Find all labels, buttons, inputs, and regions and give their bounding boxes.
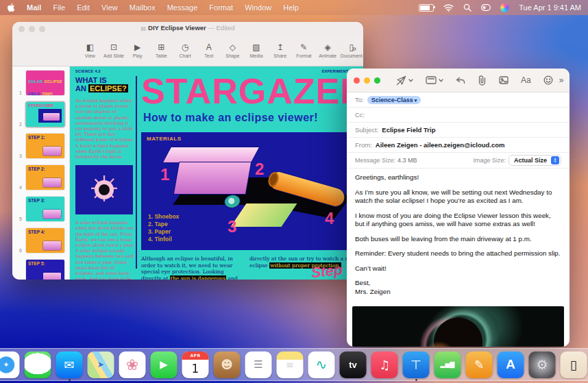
reply-indent-button[interactable]	[456, 77, 465, 84]
message-body[interactable]: Greetings, earthlings!As I’m sure you al…	[347, 169, 569, 305]
messages-icon	[25, 351, 51, 378]
dock-item-app-store[interactable]: A	[498, 351, 524, 378]
slide-number: 1	[14, 90, 22, 95]
reminders-icon: ☰	[245, 351, 272, 378]
toolbar-animate-button[interactable]: ◈Animate	[316, 43, 340, 58]
dock-item-facetime[interactable]: ▶	[151, 351, 177, 378]
dock-item-safari[interactable]: ✦	[0, 351, 20, 378]
slide-title: STARGAZER	[141, 71, 363, 112]
toolbar-chart-button[interactable]: ◷Chart	[173, 43, 197, 58]
close-button[interactable]	[354, 77, 360, 84]
keynote-icon: ⊤	[403, 351, 430, 378]
eclipse-paragraph-2: A solar eclipse happens when the moon bl…	[75, 220, 134, 280]
slide-thumbnail-3[interactable]: STEP 1:	[26, 134, 64, 158]
battery-icon[interactable]	[419, 4, 434, 12]
format-button[interactable]: Aa	[521, 75, 531, 85]
menu-window[interactable]: Window	[245, 3, 271, 12]
slide-thumbnail-7[interactable]: STEP 5:	[26, 260, 64, 280]
system-settings-icon: ⚙	[529, 351, 556, 378]
dock-item-music[interactable]: ♫	[371, 351, 398, 378]
menu-help[interactable]: Help	[283, 3, 299, 12]
toolbar-play-button[interactable]: ▶Play	[125, 43, 149, 58]
body-paragraph: Can’t wait!	[355, 264, 561, 273]
menu-bar: Mail File Edit View Mailbox Message Form…	[0, 0, 588, 15]
toolbar-view-button[interactable]: ◧View	[78, 43, 102, 58]
menu-mailbox[interactable]: Mailbox	[130, 3, 156, 12]
slide-subtitle: How to make an eclipse viewer!	[143, 112, 318, 124]
toolbar-overflow-icon[interactable]: »	[559, 75, 564, 85]
insert-photo-button[interactable]	[499, 76, 509, 84]
recipient-token[interactable]: Science-Class▾	[367, 96, 421, 104]
keynote-toolbar: ◧View⊡Add Slide▶Play⊞Table◷ChartAText◇Sh…	[12, 36, 363, 66]
slide-number: 4	[14, 185, 22, 190]
siri-icon[interactable]	[500, 3, 509, 12]
toolbar-add-slide-button[interactable]: ⊡Add Slide	[102, 43, 126, 58]
control-center-icon[interactable]	[481, 4, 491, 11]
dock-item-keynote[interactable]: ⊤	[403, 351, 430, 378]
to-field[interactable]: To: Science-Class▾	[347, 92, 569, 108]
add-slide-icon: ⊡	[102, 43, 126, 52]
dock-item-freeform[interactable]: ∿	[308, 351, 335, 378]
dock-item-photos[interactable]: ❀	[119, 351, 146, 378]
menu-edit[interactable]: Edit	[77, 3, 90, 12]
dock-item-reminders[interactable]: ☰	[245, 351, 272, 378]
dock-item-calendar[interactable]: APR1	[182, 351, 209, 378]
toolbar-text-button[interactable]: AText	[197, 43, 221, 58]
search-icon[interactable]	[463, 3, 471, 12]
slide-thumbnail-1[interactable]: SOLARECLIPSEFIELDTRIP!	[26, 71, 64, 95]
header-fields-button[interactable]	[426, 76, 443, 84]
keynote-title-bar[interactable]: ▤DIY Eclipse Viewer — Edited	[12, 22, 363, 36]
dock-item-pages[interactable]: ✎	[466, 351, 493, 378]
dock-item-messages[interactable]	[25, 351, 51, 378]
cc-field[interactable]: Cc:	[347, 108, 569, 123]
slide-thumbnail-5[interactable]: STEP 3:	[26, 197, 64, 221]
toolbar-table-button[interactable]: ⊞Table	[149, 43, 173, 58]
slide-thumbnail-4[interactable]: STEP 2:	[26, 165, 64, 190]
eclipse-photo-attachment[interactable]	[352, 306, 564, 347]
notes-icon: ≡	[277, 351, 304, 378]
slide-thumbnail-6[interactable]: STEP 4:	[26, 228, 64, 253]
materials-panel: MATERIALS 1 2 3 4 1. Shoebox2. Tape3. Pa…	[141, 132, 347, 250]
from-field[interactable]: From: Aileen Zeigen - aileen.zeigen@iclo…	[347, 138, 569, 153]
dock-item-contacts[interactable]: ☻	[214, 351, 241, 378]
minimize-button[interactable]	[364, 77, 370, 84]
menu-format[interactable]: Format	[209, 3, 233, 12]
emoji-button[interactable]	[543, 75, 553, 85]
toolbar-overflow-icon[interactable]: »	[352, 44, 356, 53]
toolbar-format-button[interactable]: ✎Format	[292, 43, 316, 58]
toolbar-shape-button[interactable]: ◇Shape	[221, 43, 245, 58]
dock-item-notes[interactable]: ≡	[277, 351, 304, 378]
slide-thumbnail-2[interactable]: STARGAZER	[26, 102, 64, 127]
slide-canvas[interactable]: SCIENCE 4.2 EXPERIMENT #11 WHAT IS AN EC…	[70, 66, 363, 280]
wifi-icon[interactable]	[443, 4, 454, 12]
numbers-icon: ▂▅▇	[434, 351, 461, 378]
material-item: 4. Tinfoil	[148, 236, 179, 243]
toolbar-share-button[interactable]: ↥Share	[268, 43, 292, 58]
slide-navigator: 1SOLARECLIPSEFIELDTRIP!2STARGAZER3STEP 1…	[12, 66, 70, 280]
shoebox-lid-illustration	[163, 147, 259, 162]
image-size-select[interactable]: Actual Size ▲▼	[509, 155, 561, 166]
dock-item-maps[interactable]: ➤	[88, 351, 114, 378]
keynote-window: ▤DIY Eclipse Viewer — Edited ◧View⊡Add S…	[12, 22, 363, 280]
chevron-down-icon[interactable]	[439, 79, 443, 82]
zoom-button[interactable]	[374, 77, 380, 84]
toolbar-media-button[interactable]: ▨Media	[245, 43, 269, 58]
dock-item-system-settings[interactable]: ⚙	[529, 351, 556, 378]
material-item: 2. Tape	[148, 221, 179, 228]
dock-item-numbers[interactable]: ▂▅▇	[434, 351, 461, 378]
send-button[interactable]	[396, 75, 413, 86]
menu-bar-clock[interactable]: Tue Apr 1 9:41 AM	[519, 3, 581, 12]
dock-item-apple-tv[interactable]: tv	[340, 351, 367, 378]
menu-file[interactable]: File	[53, 3, 65, 12]
shape-icon: ◇	[221, 43, 245, 52]
body-paragraph: Reminder: Every student needs to bring t…	[355, 249, 561, 258]
subject-field[interactable]: Subject: Eclipse Field Trip	[347, 123, 569, 138]
menu-view[interactable]: View	[101, 3, 118, 12]
dock-item-mail[interactable]: ✉	[56, 351, 83, 378]
attach-button[interactable]	[478, 75, 487, 86]
menu-app-name[interactable]: Mail	[27, 3, 41, 12]
apple-menu-icon[interactable]	[7, 3, 15, 12]
menu-message[interactable]: Message	[167, 3, 198, 12]
dock-item-iphone-mirroring[interactable]: ▯	[561, 351, 587, 378]
chevron-down-icon[interactable]	[408, 79, 413, 82]
